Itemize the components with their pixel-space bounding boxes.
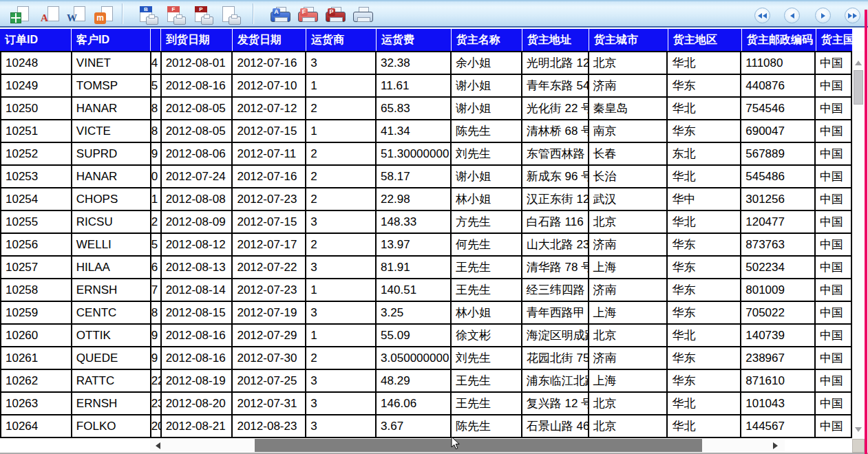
table-cell-ship-postal-code[interactable]: 567889 [741, 143, 816, 164]
table-cell-ship-country[interactable]: 中国 [816, 347, 852, 369]
table-cell-ship-city[interactable]: 济南 [589, 279, 668, 301]
table-cell-ship-city[interactable]: 济南 [589, 347, 668, 369]
table-cell-ship-postal-code[interactable]: 140739 [741, 325, 816, 346]
table-cell-ship-address[interactable]: 清林桥 68 号 [522, 120, 589, 142]
table-cell-ship-postal-code[interactable]: 440876 [741, 75, 816, 96]
table-cell-ship-name[interactable]: 陈先生 [452, 415, 522, 437]
table-cell-ship-postal-code[interactable]: 705022 [741, 302, 816, 323]
page-print-b-button[interactable]: B [139, 6, 158, 25]
table-cell-ship-city[interactable]: 北京 [589, 325, 668, 346]
table-cell-ship-region[interactable]: 华北 [668, 98, 741, 119]
column-header-customer-id[interactable]: 客户ID [71, 29, 150, 51]
table-cell-ship-via[interactable]: 1 [306, 75, 377, 96]
table-cell-ship-country[interactable]: 中国 [816, 75, 852, 96]
table-cell-required-date[interactable]: 2012-08-13 [162, 257, 233, 278]
table-cell-ship-region[interactable]: 华东 [668, 257, 741, 278]
table-cell-customer-id[interactable]: CHOPS [72, 188, 151, 210]
table-cell-ship-city[interactable]: 秦皇岛 [589, 98, 668, 119]
table-cell-customer-id[interactable]: VINET [72, 52, 151, 74]
table-cell-ship-via[interactable]: 3 [306, 370, 377, 391]
table-cell-ship-name[interactable]: 徐文彬 [452, 325, 522, 346]
table-cell-required-date[interactable]: 2012-08-08 [162, 188, 233, 210]
table-cell-ship-address[interactable]: 石景山路 46 [522, 415, 589, 437]
export-mht-button[interactable]: m [94, 6, 114, 25]
table-cell-ship-postal-code[interactable]: 301256 [741, 188, 816, 210]
column-header-ship-name[interactable]: 货主名称 [451, 29, 522, 51]
column-header-shipped-date[interactable]: 发货日期 [232, 29, 306, 51]
table-cell-order-date-clipped[interactable]: 23 [151, 393, 162, 414]
table-cell-freight[interactable]: 13.97 [377, 234, 452, 255]
table-cell-order-id[interactable]: 10259 [1, 302, 72, 323]
table-cell-customer-id[interactable]: SUPRD [72, 143, 151, 164]
vertical-scroll-thumb[interactable] [854, 70, 863, 105]
table-cell-ship-name[interactable]: 谢小姐 [452, 98, 522, 119]
table-cell-ship-region[interactable]: 华东 [668, 75, 741, 96]
table-cell-ship-name[interactable]: 方先生 [452, 211, 522, 233]
table-cell-freight[interactable]: 51.30000000 [377, 143, 452, 164]
table-cell-ship-via[interactable]: 2 [306, 188, 377, 210]
column-header-freight[interactable]: 运货费 [376, 29, 451, 51]
nav-prev-button[interactable] [784, 8, 800, 23]
table-cell-order-date-clipped[interactable]: 22 [151, 370, 162, 391]
table-cell-order-date-clipped[interactable]: 2 [151, 211, 162, 233]
table-cell-ship-city[interactable]: 北京 [589, 393, 668, 414]
table-cell-ship-region[interactable]: 华东 [668, 370, 741, 391]
table-cell-ship-region[interactable]: 华东 [668, 279, 741, 301]
table-cell-required-date[interactable]: 2012-08-05 [162, 120, 233, 142]
table-cell-ship-region[interactable]: 华东 [668, 347, 741, 369]
table-cell-customer-id[interactable]: OTTIK [72, 325, 151, 346]
table-cell-ship-region[interactable]: 华北 [668, 52, 741, 74]
nav-next-button[interactable] [815, 8, 831, 23]
table-cell-customer-id[interactable]: WELLI [72, 234, 151, 255]
table-cell-required-date[interactable]: 2012-08-14 [162, 279, 233, 301]
table-cell-ship-region[interactable]: 华北 [668, 325, 741, 346]
table-cell-ship-country[interactable]: 中国 [816, 415, 852, 437]
table-cell-shipped-date[interactable]: 2012-07-15 [233, 211, 306, 233]
export-pdf-button[interactable]: A [41, 6, 60, 25]
table-cell-order-date-clipped[interactable]: 9 [151, 347, 162, 369]
table-cell-freight[interactable]: 81.91 [377, 257, 452, 278]
export-word-button[interactable]: W [67, 6, 86, 25]
table-cell-order-id[interactable]: 10257 [1, 257, 72, 278]
table-cell-order-date-clipped[interactable]: 6 [151, 257, 162, 278]
table-cell-ship-via[interactable]: 2 [306, 166, 377, 187]
table-cell-ship-address[interactable]: 经三纬四路 4 [522, 279, 589, 301]
table-cell-ship-country[interactable]: 中国 [816, 393, 852, 414]
table-cell-freight[interactable]: 3.67 [377, 415, 452, 437]
table-cell-shipped-date[interactable]: 2012-07-10 [233, 75, 306, 96]
table-cell-order-date-clipped[interactable]: 9 [151, 325, 162, 346]
page-print-f-button[interactable]: F [167, 6, 186, 25]
table-cell-ship-country[interactable]: 中国 [816, 98, 852, 119]
table-cell-ship-via[interactable]: 3 [306, 52, 377, 74]
table-cell-shipped-date[interactable]: 2012-07-22 [233, 257, 306, 278]
table-cell-ship-city[interactable]: 北京 [589, 211, 668, 233]
table-cell-ship-postal-code[interactable]: 238967 [741, 347, 816, 369]
table-cell-required-date[interactable]: 2012-08-16 [162, 75, 233, 96]
table-cell-ship-city[interactable]: 长春 [589, 143, 668, 164]
table-cell-ship-name[interactable]: 刘先生 [452, 143, 522, 164]
table-cell-ship-postal-code[interactable]: 873763 [741, 234, 816, 255]
table-cell-ship-postal-code[interactable]: 754546 [741, 98, 816, 119]
table-cell-ship-city[interactable]: 上海 [589, 302, 668, 323]
table-cell-freight[interactable]: 148.33 [377, 211, 452, 233]
table-cell-ship-postal-code[interactable]: 690047 [741, 120, 816, 142]
table-cell-customer-id[interactable]: HANAR [72, 98, 151, 119]
table-cell-required-date[interactable]: 2012-07-24 [162, 166, 233, 187]
table-cell-ship-address[interactable]: 清华路 78 号 [522, 257, 589, 278]
table-cell-ship-address[interactable]: 浦东临江北路 [522, 370, 589, 391]
column-header-ship-country[interactable]: 货主国家 [816, 29, 852, 51]
table-cell-shipped-date[interactable]: 2012-07-23 [233, 188, 306, 210]
table-cell-ship-via[interactable]: 2 [306, 234, 377, 255]
table-cell-order-date-clipped[interactable]: 8 [151, 98, 162, 119]
table-cell-ship-address[interactable]: 青年东路 543 [522, 75, 589, 96]
table-cell-ship-city[interactable]: 济南 [589, 234, 668, 255]
table-cell-ship-country[interactable]: 中国 [816, 302, 852, 323]
table-cell-shipped-date[interactable]: 2012-07-16 [233, 166, 306, 187]
table-cell-ship-postal-code[interactable]: 144567 [741, 415, 816, 437]
table-cell-ship-name[interactable]: 王先生 [452, 393, 522, 414]
table-cell-order-date-clipped[interactable]: 4 [151, 52, 162, 74]
table-cell-ship-name[interactable]: 林小姐 [452, 188, 522, 210]
table-cell-required-date[interactable]: 2012-08-01 [162, 52, 233, 74]
table-cell-ship-via[interactable]: 2 [306, 347, 377, 369]
table-cell-ship-postal-code[interactable]: 871610 [741, 370, 816, 391]
